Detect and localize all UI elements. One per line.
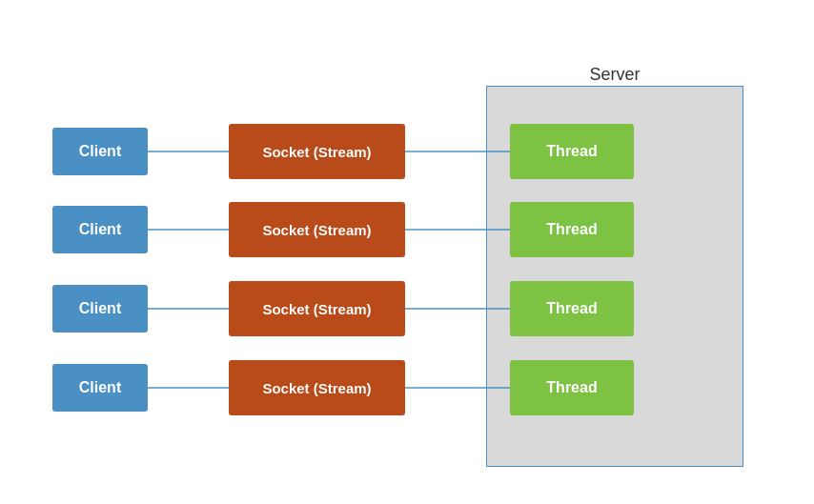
client-label-2: Client xyxy=(79,221,121,238)
row-1: Client Socket (Stream) Thread xyxy=(52,122,634,181)
socket-label-4: Socket (Stream) xyxy=(262,380,371,396)
thread-box-1: Thread xyxy=(510,124,634,179)
socket-box-4: Socket (Stream) xyxy=(229,360,405,415)
socket-label-3: Socket (Stream) xyxy=(262,301,371,317)
thread-label-1: Thread xyxy=(546,143,597,160)
row-2: Client Socket (Stream) Thread xyxy=(52,200,634,259)
thread-label-3: Thread xyxy=(546,300,597,317)
client-label-1: Client xyxy=(79,143,121,160)
row-3: Client Socket (Stream) Thread xyxy=(52,279,634,338)
socket-box-1: Socket (Stream) xyxy=(229,124,405,179)
thread-box-4: Thread xyxy=(510,360,634,415)
client-box-2: Client xyxy=(52,206,148,253)
thread-label-2: Thread xyxy=(546,221,597,238)
socket-label-1: Socket (Stream) xyxy=(262,144,371,160)
thread-label-4: Thread xyxy=(546,379,597,396)
client-label-4: Client xyxy=(79,379,121,396)
diagram-container: Server Client Socket (Stream) Thread Cli… xyxy=(0,0,814,504)
client-box-3: Client xyxy=(52,285,148,333)
thread-box-3: Thread xyxy=(510,281,634,336)
client-label-3: Client xyxy=(79,300,121,317)
client-box-4: Client xyxy=(52,364,148,412)
row-4: Client Socket (Stream) Thread xyxy=(52,358,634,417)
socket-box-2: Socket (Stream) xyxy=(229,202,405,257)
client-box-1: Client xyxy=(52,128,148,175)
server-label: Server xyxy=(486,65,743,85)
socket-box-3: Socket (Stream) xyxy=(229,281,405,336)
thread-box-2: Thread xyxy=(510,202,634,257)
socket-label-2: Socket (Stream) xyxy=(262,222,371,238)
